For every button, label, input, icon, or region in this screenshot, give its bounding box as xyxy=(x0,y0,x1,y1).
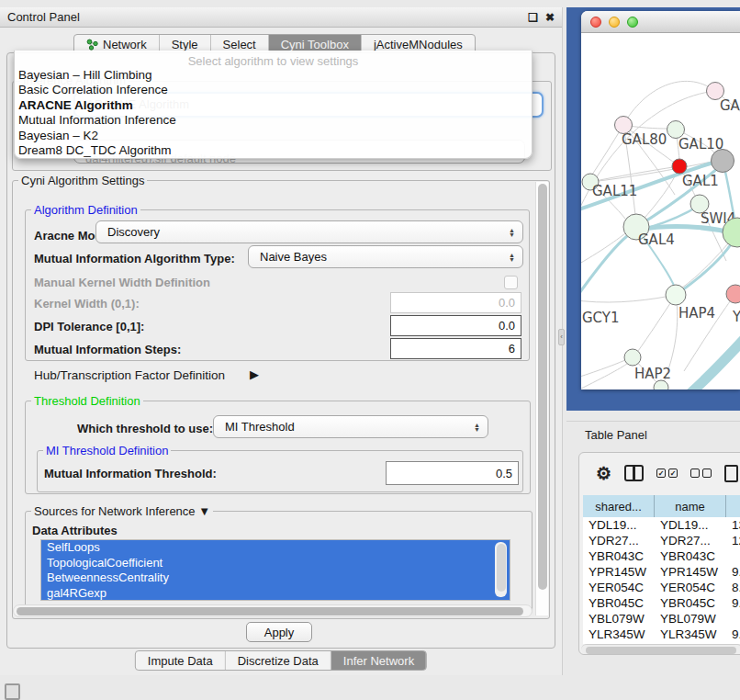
table-cell: YBL079W xyxy=(583,611,655,627)
close-window-icon[interactable] xyxy=(590,17,601,28)
algorithm-option[interactable]: Mutual Information Inference xyxy=(15,113,532,128)
table-row[interactable]: YBR043CYBR043C xyxy=(583,548,740,564)
table-header-row: shared...nameA xyxy=(583,495,740,517)
attribute-item[interactable]: SelfLoops xyxy=(41,540,510,556)
table-cell: YBR043C xyxy=(583,548,655,564)
float-panel-icon[interactable]: ❑ xyxy=(528,11,538,24)
dpi-tolerance-label: DPI Tolerance [0,1]: xyxy=(34,320,144,333)
select-all-checks-icon[interactable]: ✓✓ xyxy=(656,469,678,478)
table-cell xyxy=(726,548,740,564)
network-node-y[interactable] xyxy=(726,285,740,303)
network-node-hap2[interactable] xyxy=(624,349,641,366)
table-cell: YDL19... xyxy=(655,517,726,533)
kernel-width-field[interactable]: 0.0 xyxy=(390,292,521,313)
algorithm-option[interactable]: Basic Correlation Inference xyxy=(15,83,532,97)
apply-button[interactable]: Apply xyxy=(246,622,312,642)
table-row[interactable]: YDR27...YDR27...12 xyxy=(583,533,740,548)
network-node-hap4[interactable] xyxy=(666,285,686,305)
table-cell: YBR043C xyxy=(655,548,726,564)
node-table: shared...nameA YDL19...YDL19...13YDR27..… xyxy=(583,495,740,644)
attribute-item[interactable]: TopologicalCoefficient xyxy=(41,556,510,571)
tab-infer-network[interactable]: Infer Network xyxy=(331,651,426,670)
control-panel-titlebar: Control Panel ❑ ✖ xyxy=(0,7,562,28)
kernel-width-label: Kernel Width (0,1): xyxy=(34,297,140,310)
table-row[interactable]: YBR045CYBR045C9. xyxy=(583,595,740,611)
tab-impute-data[interactable]: Impute Data xyxy=(136,651,226,670)
network-node-label: HAP2 xyxy=(634,366,671,382)
stepper-icon: ▲▼ xyxy=(509,228,515,237)
table-cell: YDR27... xyxy=(583,533,655,548)
table-cell: 9. xyxy=(726,627,740,642)
algorithm-options: Bayesian – Hill ClimbingBasic Correlatio… xyxy=(15,68,532,158)
gear-icon[interactable]: ⚙ xyxy=(596,465,611,482)
dpi-tolerance-field[interactable]: 0.0 xyxy=(390,315,521,336)
panel-splitter-grip[interactable]: ‹ xyxy=(558,329,565,345)
table-row[interactable]: YLR345WYLR345W9. xyxy=(583,627,740,642)
network-node-label: GAL xyxy=(720,97,740,114)
algorithm-option[interactable]: Bayesian – Hill Climbing xyxy=(15,68,532,83)
algorithm-dropdown-list: Select algorithm to view settings Bayesi… xyxy=(14,51,533,159)
algorithm-option[interactable]: Bayesian – K2 xyxy=(15,129,532,143)
cyni-algorithm-settings-title: Cyni Algorithm Settings xyxy=(18,174,147,187)
table-horizontal-scrollbar[interactable] xyxy=(581,644,740,655)
network-node-gal1[interactable] xyxy=(672,159,687,174)
network-graph: GALGAL80GAL10GAL1GAL11SWI4GAL4GCY1HAP4YH… xyxy=(581,33,740,390)
network-node-label: GAL80 xyxy=(622,131,667,148)
data-attributes-list[interactable]: SelfLoopsTopologicalCoefficientBetweenne… xyxy=(40,539,510,601)
algorithm-option[interactable]: ARACNE Algorithm xyxy=(15,98,532,113)
table-cell: YDR27... xyxy=(655,533,726,548)
table-column-header[interactable]: shared... xyxy=(583,495,655,517)
page-icon[interactable] xyxy=(724,465,738,482)
manual-kernel-label: Manual Kernel Width Definition xyxy=(34,276,210,289)
network-window-titlebar xyxy=(581,11,740,33)
minimize-window-icon[interactable] xyxy=(609,17,620,28)
table-row[interactable]: YDL19...YDL19...13 xyxy=(583,517,740,533)
mini-panel-button[interactable] xyxy=(5,683,20,700)
expand-down-icon[interactable]: ▼ xyxy=(198,504,210,518)
control-panel: Control Panel ❑ ✖ NetworkStyleSelectCyni… xyxy=(0,7,563,675)
table-row[interactable]: YBL079WYBL079W xyxy=(583,611,740,627)
table-row[interactable]: YPR145WYPR145W9. xyxy=(583,564,740,580)
mi-algorithm-type-combobox[interactable]: Naive Bayes ▲▼ xyxy=(248,245,523,268)
mi-algorithm-type-label: Mutual Information Algorithm Type: xyxy=(34,252,235,265)
network-node-label: Y xyxy=(732,309,740,325)
manual-kernel-checkbox[interactable] xyxy=(504,276,518,289)
table-cell: 9. xyxy=(726,595,740,611)
which-threshold-combobox[interactable]: MI Threshold ▲▼ xyxy=(213,415,488,438)
table-column-header[interactable]: A xyxy=(726,495,740,517)
close-panel-icon[interactable]: ✖ xyxy=(545,11,555,24)
control-panel-title: Control Panel xyxy=(7,10,521,24)
table-cell: YPR145W xyxy=(655,564,726,580)
settings-horizontal-scrollbar[interactable] xyxy=(13,604,533,617)
table-cell: YPR145W xyxy=(583,564,655,580)
table-cell: YLR345W xyxy=(655,627,726,642)
hub-definition-label[interactable]: Hub/Transcription Factor Definition xyxy=(34,368,225,382)
deselect-all-checks-icon[interactable] xyxy=(690,469,712,478)
algorithm-option[interactable]: Dream8 DC_TDC Algorithm xyxy=(15,143,532,158)
table-panel: ⚙ ✓✓ shared...nameA YDL19...YDL19...13YD… xyxy=(578,452,740,655)
network-node[interactable] xyxy=(712,150,734,173)
split-columns-icon[interactable] xyxy=(624,465,644,481)
mi-threshold-group-title: MI Threshold Definition xyxy=(43,444,171,457)
network-node-label: GAL11 xyxy=(592,183,637,199)
attribute-item[interactable]: gal4RGexp xyxy=(41,586,510,602)
settings-vertical-scrollbar[interactable] xyxy=(535,182,548,615)
table-column-header[interactable]: name xyxy=(655,495,726,517)
mi-steps-field[interactable]: 6 xyxy=(390,338,521,359)
table-row[interactable]: YER054CYER054C8. xyxy=(583,580,740,595)
zoom-window-icon[interactable] xyxy=(627,17,638,28)
table-body: YDL19...YDL19...13YDR27...YDR27...12YBR0… xyxy=(583,517,740,644)
attribute-item[interactable]: BetweennessCentrality xyxy=(41,570,510,586)
table-panel-title: Table Panel xyxy=(585,428,647,442)
network-window: GALGAL80GAL10GAL1GAL11SWI4GAL4GCY1HAP4YH… xyxy=(581,11,740,390)
tab-discretize-data[interactable]: Discretize Data xyxy=(226,651,331,670)
aracne-mode-combobox[interactable]: Discovery ▲▼ xyxy=(95,220,523,243)
collapse-right-icon[interactable]: ▶ xyxy=(250,367,259,381)
network-node-label: GAL4 xyxy=(638,231,675,248)
network-node-label: GCY1 xyxy=(582,310,620,326)
mi-threshold-field[interactable]: 0.5 xyxy=(386,461,519,485)
sources-group-title[interactable]: Sources for Network Inference ▼ xyxy=(31,504,213,518)
network-canvas[interactable]: GALGAL80GAL10GAL1GAL11SWI4GAL4GCY1HAP4YH… xyxy=(581,33,740,390)
network-node-label: GAL1 xyxy=(682,173,719,189)
attributes-scrollbar[interactable] xyxy=(495,542,507,597)
